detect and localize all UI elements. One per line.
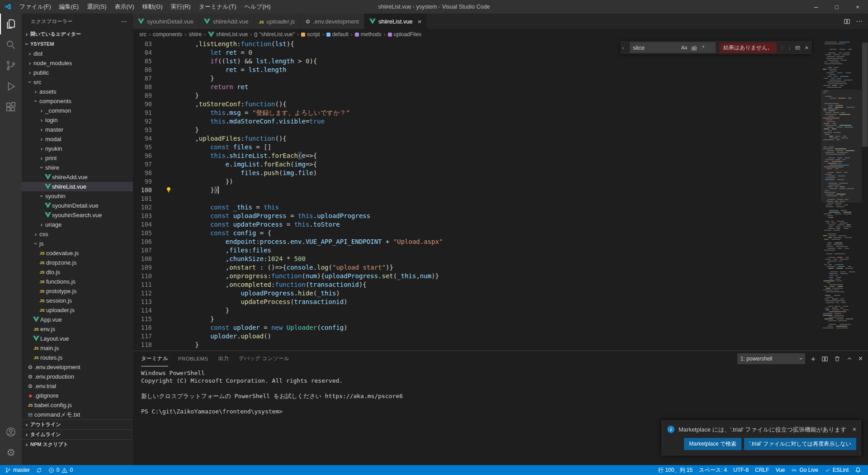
breadcrumb-methods[interactable]: methods [355, 31, 382, 38]
panel-tab-terminal[interactable]: ターミナル [141, 351, 168, 366]
section-bottom-0[interactable]: ›アウトライン [22, 419, 133, 429]
code-line-110[interactable]: 110 ,onprogress:function(num){uploadProg… [133, 272, 821, 280]
line-number[interactable]: 115 [133, 315, 165, 323]
status-go-live[interactable]: Go Live [788, 465, 821, 475]
status-problems[interactable]: 00 [45, 465, 76, 475]
kill-terminal-icon[interactable] [834, 356, 840, 362]
close-button[interactable]: × [847, 0, 868, 14]
tree-item-main.js[interactable]: JSmain.js [22, 343, 133, 353]
tree-item-css[interactable]: ›css [22, 229, 133, 239]
status-git-branch[interactable]: master [2, 465, 33, 475]
line-number[interactable]: 110 [133, 272, 165, 280]
panel-tab-output[interactable]: 出力 [218, 351, 229, 366]
quick-fix-lightbulb-icon[interactable] [165, 187, 172, 193]
code-line-90[interactable]: 90 ,toStoreConf:function(){ [133, 100, 821, 109]
line-number[interactable]: 99 [133, 177, 165, 186]
line-number[interactable]: 112 [133, 289, 165, 298]
breadcrumb-src[interactable]: src [139, 31, 146, 38]
line-number[interactable]: 89 [133, 91, 165, 100]
menu-go[interactable]: 移動(G) [138, 0, 167, 14]
code-line-95[interactable]: 95 const files = [] [133, 143, 821, 152]
line-number[interactable]: 93 [133, 126, 165, 134]
find-in-selection-icon[interactable] [795, 46, 800, 49]
menu-terminal[interactable]: ターミナル(T) [195, 0, 241, 14]
tree-item-modal[interactable]: ›modal [22, 134, 133, 144]
code-line-105[interactable]: 105 const config = { [133, 229, 821, 238]
menu-run[interactable]: 実行(R) [167, 0, 195, 14]
code-line-89[interactable]: 89 } [133, 91, 821, 100]
status-encoding[interactable]: UTF-8 [730, 465, 752, 475]
workspace-root[interactable]: › YSYSTEM [22, 39, 133, 49]
line-number[interactable]: 104 [133, 220, 165, 229]
breadcrumb-components[interactable]: components [153, 31, 182, 38]
code-line-92[interactable]: 92 this.mdaStoreConf.visible=true [133, 117, 821, 126]
menu-edit[interactable]: 編集(E) [55, 0, 83, 14]
close-notification-icon[interactable]: × [853, 426, 856, 433]
whole-word-icon[interactable]: ab [690, 44, 698, 51]
menu-view[interactable]: 表示(V) [111, 0, 138, 14]
tree-item-functions.js[interactable]: JSfunctions.js [22, 277, 133, 286]
panel-tab-debug-console[interactable]: デバッグ コンソール [239, 351, 289, 366]
code-line-115[interactable]: 115 } [133, 315, 821, 323]
line-number[interactable]: 109 [133, 263, 165, 272]
line-number[interactable]: 83 [133, 40, 165, 48]
tab-shiireadd.vue[interactable]: shiireAdd.vue [199, 14, 254, 29]
code-line-98[interactable]: 98 files.push(img.file) [133, 169, 821, 177]
code-line-118[interactable]: 118 } [133, 341, 821, 349]
regex-icon[interactable]: .* [700, 44, 705, 51]
menu-help[interactable]: ヘルプ(H) [241, 0, 275, 14]
tree-item-codevalue.js[interactable]: JScodevalue.js [22, 248, 133, 258]
line-number[interactable]: 95 [133, 143, 165, 152]
tree-item-shiirelist.vue[interactable]: shiireList.vue [22, 182, 133, 191]
code-line-102[interactable]: 102 const _this = this [133, 203, 821, 212]
code-line-109[interactable]: 109 ,onstart : ()=>{console.log("upload … [133, 263, 821, 272]
line-number[interactable]: 111 [133, 280, 165, 289]
tree-item-layout.vue[interactable]: Layout.vue [22, 334, 133, 343]
line-number[interactable]: 92 [133, 117, 165, 126]
section-bottom-1[interactable]: ›タイムライン [22, 429, 133, 439]
code-line-113[interactable]: 113 updateProcess(transactionid) [133, 298, 821, 306]
tree-item-components[interactable]: ›components [22, 96, 133, 106]
tree-item-shiireadd.vue[interactable]: shiireAdd.vue [22, 172, 133, 182]
status-language-mode[interactable]: Vue [772, 465, 788, 475]
breadcrumb-shiirelist.vue[interactable]: {}"shiireList.vue" [254, 31, 295, 38]
code-line-99[interactable]: 99 }) [133, 177, 821, 186]
status-cursor-position[interactable]: 行 100、列 15 [655, 465, 696, 475]
notification-button-search-marketplace[interactable]: Marketplace で検索 [684, 438, 741, 450]
breadcrumb-script[interactable]: script [301, 31, 320, 38]
tree-item-env.js[interactable]: JSenv.js [22, 324, 133, 334]
tree-item-dropzone.js[interactable]: JSdropzone.js [22, 258, 133, 267]
breadcrumb-shiire[interactable]: shiire [189, 31, 202, 38]
line-number[interactable]: 90 [133, 100, 165, 109]
activity-run-debug-icon[interactable] [0, 76, 22, 97]
tree-item-babel.config.js[interactable]: JSbabel.config.js [22, 400, 133, 410]
code-line-86[interactable]: 86 ret = lst.length [133, 66, 821, 74]
line-number[interactable]: 114 [133, 306, 165, 315]
tree-item-print[interactable]: ›print [22, 153, 133, 163]
tree-item-src[interactable]: ›src [22, 77, 133, 87]
close-tab-icon[interactable]: × [418, 18, 422, 25]
menu-selection[interactable]: 選択(S) [83, 0, 110, 14]
activity-explorer-icon[interactable] [0, 14, 22, 34]
code-line-96[interactable]: 96 this.shiireList.forEach(e=>{ [133, 152, 821, 160]
status-eol[interactable]: CRLF [752, 465, 772, 475]
tab-shiirelist.vue[interactable]: shiireList.vue× [364, 14, 427, 29]
code-line-100[interactable]: 100 }) [133, 186, 821, 195]
line-number[interactable]: 97 [133, 160, 165, 169]
tree-item-_common[interactable]: ›_common [22, 106, 133, 115]
toggle-replace-icon[interactable]: › [620, 41, 626, 54]
tree-item-syouhinsearch.vue[interactable]: syouhinSearch.vue [22, 210, 133, 220]
line-number[interactable]: 105 [133, 229, 165, 238]
tree-item-master[interactable]: ›master [22, 125, 133, 134]
breadcrumb-default[interactable]: default [326, 31, 349, 38]
minimap-canvas[interactable] [821, 40, 862, 351]
line-number[interactable]: 116 [133, 323, 165, 332]
line-number[interactable]: 102 [133, 203, 165, 212]
section-npm[interactable]: ›NPM スクリプト [22, 439, 133, 449]
match-case-icon[interactable]: Aa [680, 44, 688, 51]
code-line-94[interactable]: 94 ,uploadFiles:function(){ [133, 134, 821, 143]
code-line-104[interactable]: 104 const updateProcess = this.toStore [133, 220, 821, 229]
code-line-116[interactable]: 116 const uploder = new Uploader(config) [133, 323, 821, 332]
tab-uploader.js[interactable]: JSuploader.js [254, 14, 300, 29]
split-terminal-icon[interactable] [821, 356, 828, 362]
